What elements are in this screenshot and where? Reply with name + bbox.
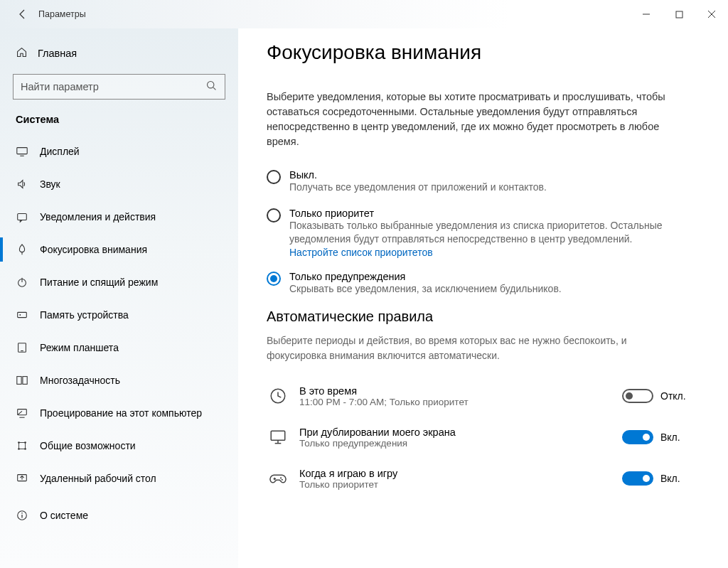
tablet-icon: [16, 341, 28, 354]
maximize-button[interactable]: [663, 0, 695, 28]
sidebar-item-label: Общие возможности: [40, 440, 136, 451]
radio-icon: [267, 272, 281, 286]
radio-label: Только приоритет: [289, 208, 693, 219]
auto-rules-desc: Выберите периоды и действия, во время ко…: [267, 333, 679, 363]
shared-icon: [16, 439, 28, 452]
intro-text: Выберите уведомления, которые вы хотите …: [267, 90, 679, 149]
titlebar: Параметры: [0, 0, 728, 28]
svg-line-5: [213, 87, 215, 90]
sidebar-home-label: Главная: [38, 48, 77, 59]
sidebar-item-label: Проецирование на этот компьютер: [40, 407, 202, 419]
content: Фокусировка внимания Выберите уведомлени…: [238, 28, 728, 568]
sidebar-item-tablet[interactable]: Режим планшета: [0, 331, 238, 364]
sidebar-item-label: Удаленный рабочий стол: [40, 473, 156, 484]
rule-toggle[interactable]: [622, 389, 653, 403]
svg-point-26: [21, 513, 23, 514]
rule-duplicate-display[interactable]: При дублировании моего экрана Только пре…: [267, 418, 707, 456]
radio-desc: Показывать только выбранные уведомления …: [289, 219, 693, 247]
search-icon: [205, 80, 218, 94]
power-icon: [16, 276, 28, 289]
radio-icon: [267, 208, 281, 223]
svg-point-13: [19, 314, 21, 316]
auto-rules-title: Автоматические правила: [267, 309, 728, 325]
sidebar-item-label: О системе: [40, 510, 88, 521]
sidebar-item-label: Дисплей: [40, 146, 80, 157]
sidebar-item-sound[interactable]: Звук: [0, 168, 238, 200]
page-title: Фокусировка внимания: [267, 41, 728, 64]
svg-rect-28: [271, 431, 285, 440]
sidebar-item-label: Фокусировка внимания: [40, 244, 147, 255]
sidebar-item-label: Режим планшета: [40, 342, 119, 353]
radio-icon: [267, 170, 281, 184]
rule-toggle-label: Вкл.: [660, 432, 680, 443]
rule-title: В это время: [299, 385, 612, 397]
sound-icon: [16, 178, 28, 191]
rule-toggle-label: Вкл.: [660, 473, 680, 484]
sidebar-item-label: Питание и спящий режим: [40, 277, 158, 288]
sidebar-item-projecting[interactable]: Проецирование на этот компьютер: [0, 397, 238, 429]
sidebar-item-shared[interactable]: Общие возможности: [0, 429, 238, 462]
storage-icon: [16, 309, 28, 321]
radio-desc: Скрывать все уведомления, за исключением…: [289, 282, 562, 296]
svg-rect-1: [676, 11, 682, 18]
info-icon: [16, 509, 28, 522]
svg-point-33: [280, 477, 282, 478]
sidebar-section-title: Система: [0, 108, 238, 135]
project-icon: [16, 407, 28, 419]
rule-title: При дублировании моего экрана: [299, 427, 612, 438]
rule-title: Когда я играю в игру: [299, 468, 612, 479]
sidebar-item-power[interactable]: Питание и спящий режим: [0, 266, 238, 299]
sidebar-item-multitask[interactable]: Многозадачность: [0, 364, 238, 397]
sidebar-item-storage[interactable]: Память устройства: [0, 299, 238, 331]
search-box[interactable]: [13, 74, 225, 100]
radio-priority[interactable]: Только приоритет Показывать только выбра…: [267, 208, 693, 258]
sidebar-item-focus[interactable]: Фокусировка внимания: [0, 233, 238, 266]
display-icon: [16, 145, 28, 158]
radio-label: Выкл.: [289, 169, 547, 181]
sidebar-item-notifications[interactable]: Уведомления и действия: [0, 200, 238, 233]
sidebar-item-about[interactable]: О системе: [0, 499, 238, 532]
rule-time[interactable]: В это время 11:00 PM - 7:00 AM; Только п…: [267, 377, 707, 415]
svg-rect-6: [17, 148, 27, 154]
close-button[interactable]: [695, 0, 728, 28]
radio-label: Только предупреждения: [289, 271, 562, 282]
rule-toggle-label: Откл.: [660, 390, 686, 402]
nav-list: Дисплей Звук Уведомления и действия Фоку…: [0, 135, 238, 532]
radio-off[interactable]: Выкл. Получать все уведомления от прилож…: [267, 169, 693, 195]
minimize-button[interactable]: [630, 0, 663, 28]
sidebar: Главная Система Дисплей Звук Уведомления…: [0, 28, 238, 568]
monitor-icon: [267, 426, 289, 449]
svg-rect-8: [18, 214, 27, 220]
radio-alarms[interactable]: Только предупреждения Скрывать все уведо…: [267, 271, 693, 296]
sidebar-item-display[interactable]: Дисплей: [0, 135, 238, 168]
sidebar-item-label: Память устройства: [40, 309, 129, 321]
gamepad-icon: [267, 467, 289, 490]
sidebar-item-label: Уведомления и действия: [40, 211, 156, 223]
radio-desc: Получать все уведомления от приложений и…: [289, 181, 547, 195]
window-controls: [630, 0, 728, 28]
search-input[interactable]: [21, 81, 205, 92]
svg-point-34: [282, 479, 283, 481]
home-icon: [16, 46, 28, 60]
multitask-icon: [16, 374, 28, 387]
svg-point-4: [208, 82, 214, 88]
rule-sub: Только приоритет: [299, 479, 612, 490]
svg-rect-17: [23, 377, 27, 385]
priority-link[interactable]: Настройте список приоритетов: [289, 247, 693, 258]
rule-sub: Только предупреждения: [299, 438, 612, 449]
rule-toggle[interactable]: [622, 430, 653, 444]
sidebar-item-remote[interactable]: Удаленный рабочий стол: [0, 462, 238, 495]
notifications-icon: [16, 210, 28, 223]
rule-game[interactable]: Когда я играю в игру Только приоритет Вк…: [267, 459, 707, 498]
rule-sub: 11:00 PM - 7:00 AM; Только приоритет: [299, 397, 612, 407]
back-button[interactable]: [13, 4, 33, 24]
focus-icon: [16, 243, 28, 256]
window-title: Параметры: [38, 9, 86, 19]
remote-icon: [16, 472, 28, 485]
sidebar-home[interactable]: Главная: [0, 37, 238, 70]
clock-icon: [267, 385, 289, 407]
sidebar-item-label: Многозадачность: [40, 375, 120, 386]
svg-rect-12: [18, 312, 27, 317]
rule-toggle[interactable]: [622, 471, 653, 486]
focus-mode-radios: Выкл. Получать все уведомления от прилож…: [267, 169, 693, 296]
